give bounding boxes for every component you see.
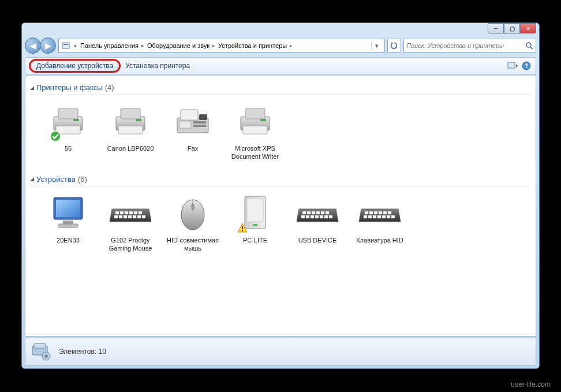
svg-rect-65 [369, 211, 373, 214]
svg-rect-70 [364, 215, 367, 218]
breadcrumb-item[interactable]: Панель управления [79, 42, 140, 49]
forward-button[interactable]: ▶ [40, 38, 56, 54]
chevron-icon: ▸ [211, 43, 217, 48]
status-label: Элементов: 10 [59, 348, 106, 356]
close-button[interactable]: ✕ [520, 23, 536, 33]
svg-rect-61 [320, 215, 323, 218]
device-item[interactable]: Canon LBP6020 [102, 98, 159, 163]
svg-rect-50 [242, 230, 243, 231]
nav-row: ◀ ▶ ▸ Панель управления ▸ Оборудование и… [25, 36, 536, 55]
status-icon [30, 341, 53, 362]
nav-buttons: ◀ ▶ [25, 38, 56, 54]
svg-rect-68 [383, 211, 387, 214]
device-label: Canon LBP6020 [104, 144, 157, 152]
device-item[interactable]: PC-LITE [226, 190, 284, 255]
view-options-button[interactable] [507, 61, 518, 71]
svg-rect-54 [316, 211, 320, 214]
check-badge-icon [50, 130, 61, 142]
device-item[interactable]: 55 [39, 98, 97, 163]
device-item[interactable]: Microsoft XPS Document Writer [226, 98, 284, 163]
help-button[interactable]: ? [521, 61, 532, 71]
svg-rect-71 [368, 215, 372, 218]
search-box [403, 39, 536, 53]
search-input[interactable] [406, 42, 525, 49]
svg-rect-69 [388, 211, 391, 214]
maximize-button[interactable]: ▢ [504, 23, 520, 33]
breadcrumb-item[interactable]: Устройства и принтеры [217, 42, 288, 49]
group-count: (4) [105, 83, 114, 92]
device-item[interactable]: HID-совместимая мышь [164, 190, 222, 255]
device-item[interactable]: Клавиатура HID [351, 190, 409, 255]
svg-rect-4 [508, 62, 515, 68]
group-header[interactable]: ◢Устройства(6) [30, 173, 531, 186]
install-printer-button[interactable]: Установка принтера [121, 59, 195, 72]
back-button[interactable]: ◀ [25, 38, 41, 54]
group-title: Устройства [36, 175, 76, 184]
svg-rect-20 [193, 121, 206, 124]
svg-rect-18 [199, 114, 207, 120]
svg-rect-19 [179, 121, 191, 128]
svg-rect-75 [387, 215, 390, 218]
svg-rect-23 [245, 109, 265, 119]
svg-rect-73 [377, 215, 381, 218]
device-item[interactable]: G102 Prodigy Gaming Mouse [102, 190, 159, 255]
group-header[interactable]: ◢Принтеры и факсы(4) [30, 81, 531, 95]
add-device-button[interactable]: Добавление устройства [29, 59, 121, 73]
device-icon [294, 192, 341, 234]
device-item[interactable]: USB DEVICE [289, 190, 346, 255]
svg-rect-72 [373, 215, 376, 218]
svg-rect-10 [73, 119, 79, 121]
svg-rect-14 [118, 126, 143, 134]
svg-rect-52 [307, 211, 311, 214]
watermark: user-life.com [511, 380, 551, 389]
breadcrumb-item[interactable]: Оборудование и звук [146, 42, 211, 49]
address-bar[interactable]: ▸ Панель управления ▸ Оборудование и зву… [58, 39, 385, 53]
svg-rect-66 [374, 211, 377, 214]
items-grid: 55Canon LBP6020FaxMicrosoft XPS Document… [30, 98, 531, 163]
address-dropdown[interactable]: ▾ [371, 42, 382, 50]
device-label: Microsoft XPS Document Writer [229, 144, 282, 161]
svg-rect-27 [56, 200, 80, 217]
svg-rect-8 [58, 109, 78, 119]
svg-rect-67 [379, 211, 382, 214]
minimize-button[interactable]: ─ [488, 23, 504, 33]
explorer-window: ─ ▢ ✕ ◀ ▶ ▸ Панель управления ▸ Оборудов… [21, 23, 540, 369]
svg-rect-28 [63, 221, 73, 224]
refresh-button[interactable] [387, 39, 401, 53]
svg-rect-74 [382, 215, 386, 218]
group-count: (6) [78, 175, 87, 184]
content-area: ◢Принтеры и факсы(4)55Canon LBP6020FaxMi… [25, 76, 536, 337]
svg-rect-49 [242, 226, 243, 229]
device-icon [45, 100, 91, 142]
svg-text:?: ? [525, 63, 528, 69]
svg-rect-0 [62, 43, 69, 48]
svg-rect-59 [311, 215, 314, 218]
svg-rect-35 [139, 211, 142, 214]
device-label: 55 [42, 144, 95, 152]
search-icon[interactable] [525, 42, 533, 50]
device-label: USB DEVICE [291, 236, 344, 244]
svg-rect-41 [137, 215, 141, 218]
svg-rect-53 [312, 211, 315, 214]
device-label: G102 Prodigy Gaming Mouse [104, 236, 157, 253]
svg-rect-30 [115, 211, 119, 214]
device-icon [170, 192, 216, 234]
device-item[interactable]: Fax [164, 98, 222, 163]
device-icon [45, 192, 91, 234]
svg-rect-37 [119, 215, 122, 218]
device-label: Клавиатура HID [353, 236, 406, 244]
svg-rect-48 [253, 224, 257, 226]
svg-rect-13 [121, 109, 140, 119]
svg-rect-1 [63, 44, 68, 45]
svg-rect-39 [128, 215, 132, 218]
chevron-icon: ▸ [73, 43, 79, 48]
svg-rect-51 [302, 211, 306, 214]
device-label: PC-LITE [229, 236, 282, 244]
svg-rect-42 [142, 215, 145, 218]
device-icon [170, 100, 216, 142]
device-item[interactable]: 20EN33 [39, 190, 97, 255]
svg-rect-40 [133, 215, 136, 218]
collapse-icon: ◢ [30, 176, 34, 182]
device-label: 20EN33 [42, 236, 95, 244]
svg-rect-34 [134, 211, 137, 214]
